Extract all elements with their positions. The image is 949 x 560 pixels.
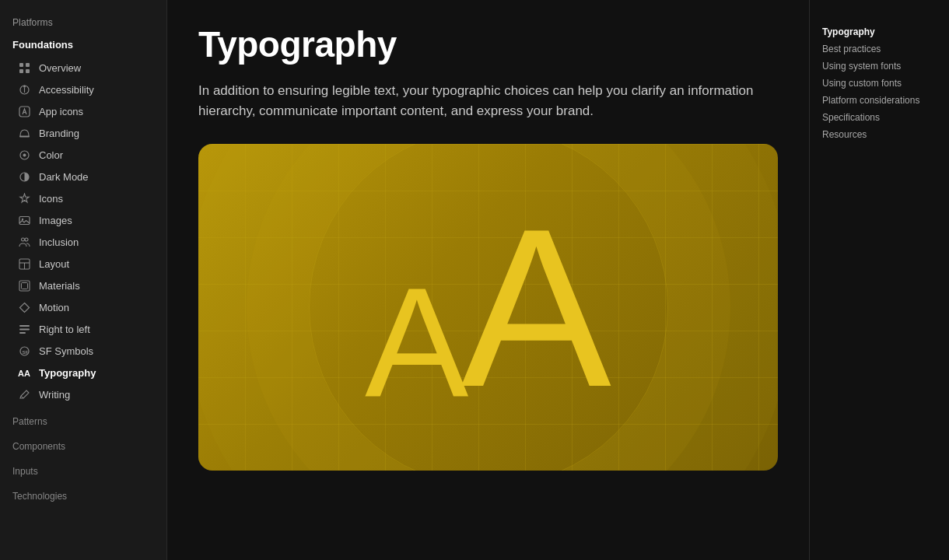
toc-platform-considerations[interactable]: Platform considerations <box>822 92 937 109</box>
svg-text:AA: AA <box>18 369 30 378</box>
sidebar-item-label: Typography <box>39 367 96 379</box>
sidebar-item-label: SF Symbols <box>39 345 93 357</box>
sidebar-item-label: Right to left <box>39 324 90 335</box>
toc-best-practices[interactable]: Best practices <box>822 40 937 58</box>
sidebar-item-label: Color <box>39 149 63 161</box>
sidebar-item-writing[interactable]: Writing <box>5 383 162 405</box>
sidebar-item-label: App icons <box>39 106 83 117</box>
sidebar-item-branding[interactable]: Branding <box>5 122 162 144</box>
sidebar-item-label: Images <box>39 215 72 226</box>
sidebar-item-label: Overview <box>39 62 81 74</box>
toc-custom-fonts[interactable]: Using custom fonts <box>822 75 937 92</box>
main-content: Typography In addition to ensuring legib… <box>167 0 809 560</box>
svg-rect-13 <box>19 216 30 224</box>
letter-a-small: A <box>365 264 460 420</box>
branding-icon <box>17 126 31 140</box>
platforms-label: Platforms <box>0 14 166 34</box>
sidebar-item-typography[interactable]: AA Typography <box>5 362 162 383</box>
accessibility-icon <box>17 82 31 96</box>
technologies-category[interactable]: Technologies <box>0 480 166 505</box>
sidebar: Platforms Foundations Overview Accessibi… <box>0 0 167 560</box>
svg-rect-23 <box>19 328 30 330</box>
sidebar-item-dark-mode[interactable]: Dark Mode <box>5 166 162 187</box>
dark-mode-icon <box>17 170 31 184</box>
svg-point-16 <box>25 238 28 241</box>
svg-rect-9 <box>19 135 30 137</box>
sidebar-item-label: Dark Mode <box>39 171 89 183</box>
rtl-icon <box>17 322 31 336</box>
table-of-contents: Typography Best practices Using system f… <box>809 0 949 560</box>
materials-icon <box>17 278 31 292</box>
sidebar-item-rtl[interactable]: Right to left <box>5 318 162 340</box>
images-icon <box>17 213 31 227</box>
sf-symbols-icon: SF <box>17 344 31 358</box>
sidebar-item-accessibility[interactable]: Accessibility <box>5 79 162 100</box>
svg-rect-24 <box>19 332 26 334</box>
sidebar-item-icons[interactable]: Icons <box>5 187 162 209</box>
sidebar-item-label: Accessibility <box>39 84 94 96</box>
hero-image: A A <box>198 144 778 471</box>
sidebar-item-label: Icons <box>39 193 63 205</box>
sidebar-item-label: Branding <box>39 128 79 139</box>
toc-resources[interactable]: Resources <box>822 126 937 143</box>
svg-text:SF: SF <box>22 349 28 354</box>
svg-rect-22 <box>19 325 30 327</box>
inputs-category[interactable]: Inputs <box>0 455 166 480</box>
toc-typography[interactable]: Typography <box>822 23 937 40</box>
foundations-header: Foundations <box>0 34 166 55</box>
inclusion-icon <box>17 235 31 249</box>
svg-point-14 <box>21 218 23 219</box>
layout-icon <box>17 257 31 271</box>
sidebar-item-overview[interactable]: Overview <box>5 57 162 79</box>
page-intro: In addition to ensuring legible text, yo… <box>198 81 778 122</box>
sidebar-item-label: Writing <box>39 389 70 401</box>
sidebar-item-label: Layout <box>39 258 69 270</box>
svg-rect-21 <box>21 282 27 289</box>
svg-rect-2 <box>19 69 23 73</box>
svg-rect-3 <box>26 69 30 73</box>
page-title: Typography <box>198 23 778 65</box>
sidebar-item-label: Materials <box>39 280 80 292</box>
letter-a-large: A <box>460 194 611 420</box>
patterns-category[interactable]: Patterns <box>0 405 166 430</box>
color-icon <box>17 148 31 162</box>
writing-icon <box>17 387 31 401</box>
sidebar-item-label: Motion <box>39 302 69 313</box>
sidebar-item-sf-symbols[interactable]: SF SF Symbols <box>5 340 162 362</box>
svg-rect-20 <box>19 281 30 291</box>
sidebar-item-materials[interactable]: Materials <box>5 275 162 296</box>
svg-point-11 <box>23 153 26 156</box>
toc-system-fonts[interactable]: Using system fonts <box>822 58 937 75</box>
icons-icon <box>17 191 31 205</box>
sidebar-item-app-icons[interactable]: App icons <box>5 100 162 122</box>
svg-rect-0 <box>19 63 23 67</box>
grid-icon <box>17 61 31 75</box>
motion-icon <box>17 300 31 314</box>
sidebar-item-motion[interactable]: Motion <box>5 296 162 318</box>
sidebar-item-inclusion[interactable]: Inclusion <box>5 231 162 253</box>
sidebar-item-layout[interactable]: Layout <box>5 253 162 275</box>
app-icons-icon <box>17 104 31 118</box>
toc-specifications[interactable]: Specifications <box>822 109 937 126</box>
sidebar-item-images[interactable]: Images <box>5 209 162 231</box>
sidebar-item-color[interactable]: Color <box>5 144 162 166</box>
typography-icon: AA <box>17 366 31 380</box>
svg-point-15 <box>21 238 24 241</box>
sidebar-item-label: Inclusion <box>39 236 79 248</box>
hero-letters: A A <box>365 194 611 420</box>
components-category[interactable]: Components <box>0 430 166 455</box>
svg-rect-1 <box>26 63 30 67</box>
